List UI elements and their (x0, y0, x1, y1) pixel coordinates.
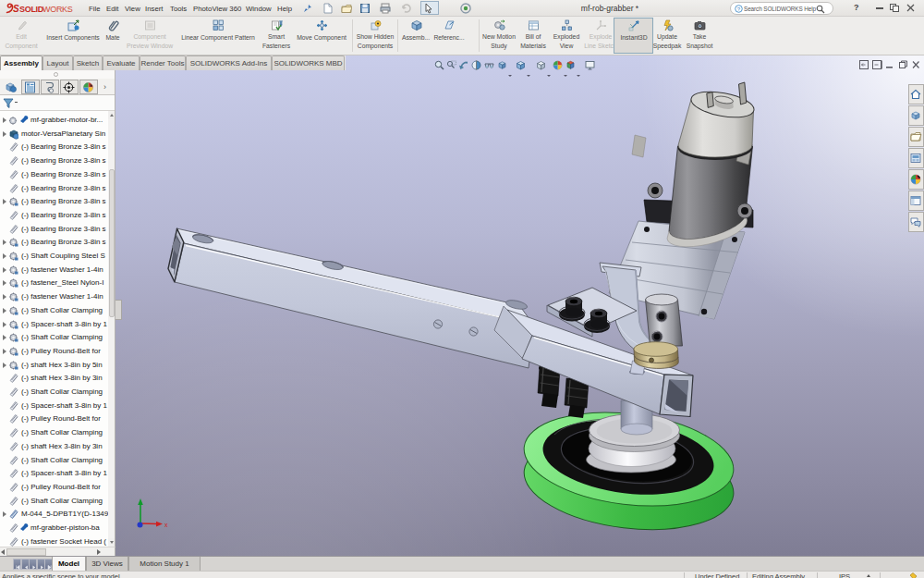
svg-text:?: ? (737, 6, 741, 11)
svg-text:SOLID: SOLID (19, 5, 44, 14)
svg-text:S: S (13, 4, 19, 14)
svg-text:WORKS: WORKS (43, 5, 73, 14)
svg-text:x: x (164, 522, 168, 528)
